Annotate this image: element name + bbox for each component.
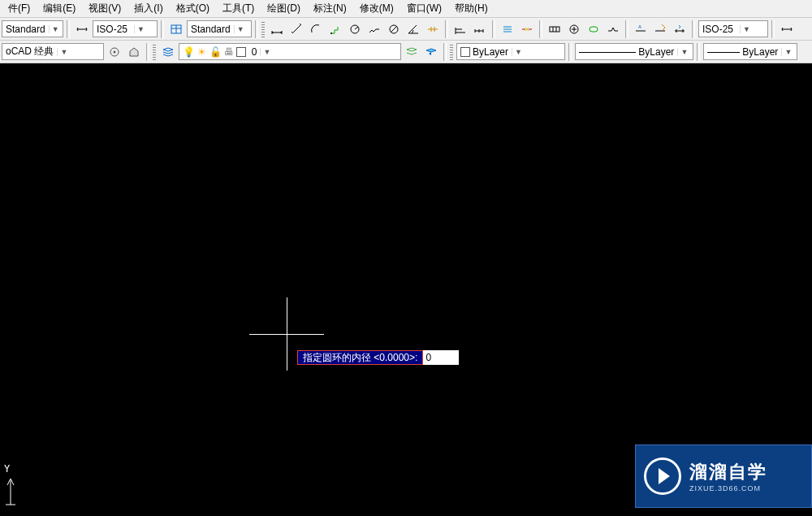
svg-point-1 <box>330 33 332 34</box>
menu-tools[interactable]: 工具(T) <box>216 0 261 17</box>
linetype-value: ByLayer <box>576 46 677 58</box>
chevron-down-icon: ▼ <box>512 48 525 56</box>
chevron-down-icon: ▼ <box>49 25 62 33</box>
menu-file[interactable]: 件(F) <box>2 0 37 17</box>
dim-aligned-icon[interactable] <box>287 20 305 38</box>
linetype-combo[interactable]: ByLayer ▼ <box>575 43 693 60</box>
menu-view[interactable]: 视图(V) <box>82 0 127 17</box>
dim-jogged-icon[interactable] <box>365 20 383 38</box>
text-style-value: Standard <box>2 24 49 35</box>
menu-insert[interactable]: 插入(I) <box>127 0 169 17</box>
ucs-icon: Y <box>2 464 27 511</box>
dim-style-combo[interactable]: ISO-25 ▼ <box>93 20 158 37</box>
table-style-icon[interactable] <box>167 20 185 38</box>
dim-angular-icon[interactable] <box>404 20 422 38</box>
menu-draw[interactable]: 绘图(D) <box>261 0 307 17</box>
menu-dimension[interactable]: 标注(N) <box>307 0 353 17</box>
lineweight-value: ByLayer <box>704 46 781 58</box>
dim-space-icon[interactable] <box>499 20 516 38</box>
lineweight-combo[interactable]: ByLayer ▼ <box>703 43 797 60</box>
chevron-down-icon: ▼ <box>57 48 70 56</box>
chevron-down-icon: ▼ <box>781 48 794 56</box>
dim-baseline-icon[interactable] <box>451 20 469 38</box>
layer-name: 0 <box>252 46 257 58</box>
dim-update-icon[interactable] <box>671 20 689 38</box>
dynamic-input-field[interactable] <box>423 350 459 365</box>
dim-text-edit-icon[interactable] <box>651 20 669 38</box>
dim-style-value: ISO-25 <box>93 24 134 35</box>
inspection-icon[interactable] <box>585 20 603 38</box>
menu-edit[interactable]: 编辑(E) <box>37 0 82 17</box>
chevron-down-icon: ▼ <box>740 25 753 33</box>
my-workspace-icon[interactable] <box>125 43 143 61</box>
dim-arc-icon[interactable] <box>307 20 325 38</box>
play-icon <box>644 457 681 495</box>
watermark: 溜溜自学 ZIXUE.3D66.COM <box>635 444 812 508</box>
toolbar-row-2: oCAD 经典 ▼ 💡 ☀ 🔓 🖶 0 ▼ ByLayer ▼ ByLayer … <box>0 41 812 63</box>
svg-rect-4 <box>550 27 559 32</box>
svg-rect-6 <box>590 27 598 32</box>
tolerance-icon[interactable] <box>546 20 564 38</box>
ucs-y-label: Y <box>4 463 11 475</box>
workspace-settings-icon[interactable] <box>106 43 123 61</box>
jogged-linear-icon[interactable] <box>604 20 622 38</box>
table-style-value: Standard <box>188 24 234 35</box>
layer-states-icon[interactable] <box>403 43 421 61</box>
crosshair-vertical <box>287 297 287 371</box>
dim-style-combo-2[interactable]: ISO-25 ▼ <box>698 20 768 37</box>
layer-manager-icon[interactable] <box>159 43 177 61</box>
chevron-down-icon: ▼ <box>234 25 247 33</box>
svg-point-9 <box>114 50 116 53</box>
menu-modify[interactable]: 修改(M) <box>353 0 400 17</box>
toolbar-row-1: Standard ▼ ISO-25 ▼ Standard ▼ A ISO-25 … <box>0 18 812 41</box>
drawing-canvas[interactable]: 指定圆环的内径 <0.0000>: Y 溜溜自学 ZIXUE.3D66.COM <box>0 63 812 516</box>
menu-window[interactable]: 窗口(W) <box>400 0 448 17</box>
color-combo[interactable]: ByLayer ▼ <box>456 43 565 60</box>
text-style-combo[interactable]: Standard ▼ <box>2 20 63 37</box>
menu-help[interactable]: 帮助(H) <box>448 0 495 17</box>
menubar: 件(F) 编辑(E) 视图(V) 插入(I) 格式(O) 工具(T) 绘图(D)… <box>0 0 812 18</box>
workspace-combo[interactable]: oCAD 经典 ▼ <box>2 43 104 60</box>
dynamic-input-prompt: 指定圆环的内径 <0.0000>: <box>297 350 423 365</box>
quick-dim-icon[interactable] <box>424 20 442 38</box>
dim-style-2-value: ISO-25 <box>699 24 740 35</box>
chevron-down-icon: ▼ <box>134 25 147 33</box>
layer-state: 💡 ☀ 🔓 🖶 0 <box>179 46 260 58</box>
dim-style-icon-2[interactable] <box>778 20 796 38</box>
svg-text:A: A <box>638 24 641 29</box>
menu-format[interactable]: 格式(O) <box>170 0 216 17</box>
dim-edit-icon[interactable]: A <box>632 20 650 38</box>
dim-continue-icon[interactable] <box>471 20 489 38</box>
watermark-sub: ZIXUE.3D66.COM <box>689 484 767 492</box>
dynamic-input: 指定圆环的内径 <0.0000>: <box>297 350 459 365</box>
layer-combo[interactable]: 💡 ☀ 🔓 🖶 0 ▼ <box>179 43 401 60</box>
chevron-down-icon: ▼ <box>677 48 690 56</box>
watermark-title: 溜溜自学 <box>689 460 767 484</box>
color-value: ByLayer <box>457 46 512 58</box>
dim-style-icon[interactable] <box>73 20 91 38</box>
table-style-combo[interactable]: Standard ▼ <box>187 20 252 37</box>
dim-diameter-icon[interactable] <box>385 20 403 38</box>
workspace-value: oCAD 经典 <box>2 45 57 59</box>
chevron-down-icon: ▼ <box>260 48 273 56</box>
center-mark-icon[interactable] <box>565 20 583 38</box>
dim-break-icon[interactable] <box>518 20 536 38</box>
dim-radius-icon[interactable] <box>346 20 364 38</box>
layer-previous-icon[interactable] <box>422 43 440 61</box>
dim-ordinate-icon[interactable] <box>326 20 344 38</box>
dim-linear-icon[interactable] <box>268 20 286 38</box>
